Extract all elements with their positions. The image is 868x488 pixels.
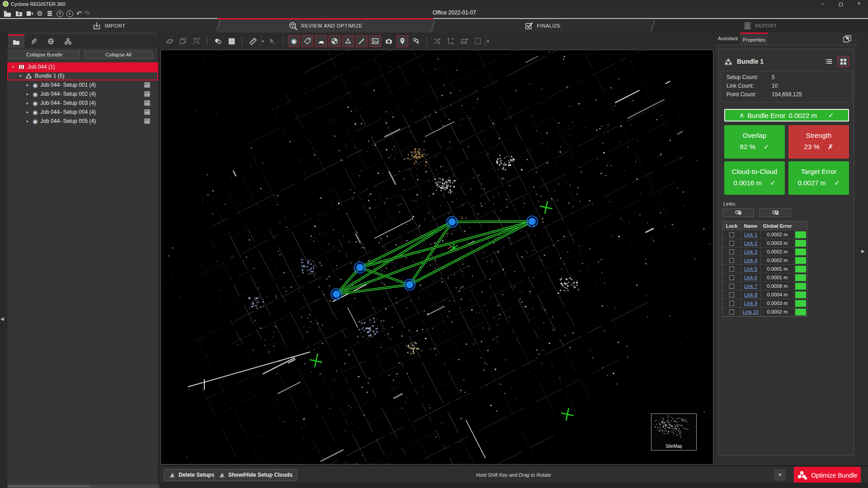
lock-checkbox[interactable] <box>729 301 734 306</box>
link-name[interactable]: Link 7 <box>744 283 757 289</box>
background-color-button[interactable] <box>226 35 237 47</box>
redo-button[interactable]: ↷ <box>81 9 92 19</box>
setup-image-thumb-icon[interactable] <box>144 82 150 88</box>
list-view-button[interactable] <box>823 56 835 67</box>
zoom-region-button[interactable] <box>191 35 203 47</box>
pick-point-button[interactable] <box>267 35 278 47</box>
lock-all-links-button[interactable] <box>722 208 754 217</box>
tree-row-setup[interactable]: ▸◉Job 044- Setup 003 (4) <box>7 99 158 108</box>
close-button[interactable]: × <box>850 0 868 8</box>
quality-tile-overlap[interactable]: Overlap82 %✓ <box>724 125 785 159</box>
toggle-links-button[interactable] <box>356 35 368 47</box>
collapse-bundle-button[interactable]: Collapse Bundle <box>9 51 80 59</box>
show-hide-setup-clouds-button[interactable]: Show/Hide Setup Clouds <box>214 469 297 481</box>
tree-row-job[interactable]: ▾ Job 044 (1) <box>7 62 158 71</box>
tree-row-setup[interactable]: ▸◉Job 044- Setup 002 (4) <box>7 89 158 99</box>
lock-checkbox[interactable] <box>729 292 734 297</box>
collapse-arrow-icon[interactable]: ▾ <box>18 74 23 78</box>
optimize-bundle-button[interactable]: Optimize Bundle <box>794 467 861 483</box>
sidebar-tab-attachments[interactable] <box>25 34 42 48</box>
setup-image-thumb-icon[interactable] <box>144 118 150 124</box>
sidebar-tab-web[interactable] <box>42 34 59 48</box>
toggle-tags-button[interactable] <box>302 35 313 47</box>
lock-checkbox[interactable] <box>729 258 734 263</box>
column-name[interactable]: Name <box>741 221 761 230</box>
settings-button[interactable]: ⚙ <box>34 9 45 19</box>
expand-arrow-icon[interactable]: ▸ <box>25 110 30 114</box>
lock-checkbox[interactable] <box>729 284 734 289</box>
link-name[interactable]: Link 10 <box>743 309 759 314</box>
collapse-left-panel-icon[interactable]: ◀ <box>0 316 4 321</box>
expand-panel-button[interactable] <box>841 33 854 44</box>
column-lock[interactable]: Lock <box>723 221 741 230</box>
sidebar-scrollbar[interactable] <box>7 484 159 488</box>
toggle-panoramas-button[interactable] <box>383 35 395 47</box>
expand-arrow-icon[interactable]: ▸ <box>25 92 30 96</box>
quality-tile-cloud-to-cloud[interactable]: Cloud-to-Cloud0.0016 m✓ <box>724 161 785 195</box>
delete-setups-button[interactable]: Delete Setups <box>164 469 219 481</box>
measure-tool-button[interactable] <box>247 35 259 47</box>
archive-button[interactable] <box>24 9 35 19</box>
tab-review-and-optimize[interactable]: REVIEW AND OPTIMIZE <box>218 19 433 33</box>
point-cloud-viewport[interactable]: SiteMap <box>160 50 713 465</box>
tab-report[interactable]: REPORT <box>653 19 868 33</box>
help-button[interactable]: ? <box>54 9 65 19</box>
collapse-arrow-icon[interactable]: ▾ <box>11 65 15 69</box>
link-name[interactable]: Link 2 <box>744 240 757 246</box>
open-project-button[interactable] <box>2 9 13 19</box>
setup-image-thumb-icon[interactable] <box>144 109 150 115</box>
lock-checkbox[interactable] <box>729 241 734 246</box>
overlap-view-button[interactable] <box>177 35 189 47</box>
close-toolbar-button[interactable]: × <box>774 469 786 481</box>
sitemap-inset[interactable]: SiteMap <box>651 413 697 450</box>
lock-checkbox[interactable] <box>729 310 734 314</box>
link-name[interactable]: Link 6 <box>744 275 757 280</box>
fence-tool-button[interactable] <box>472 35 484 47</box>
link-name[interactable]: Link 5 <box>744 266 757 272</box>
tree-row-bundle[interactable]: ▾ Bundle 1 (5) <box>7 71 158 80</box>
fence-dropdown-caret[interactable]: ▾ <box>486 35 490 47</box>
tab-properties[interactable]: Properties <box>740 33 768 45</box>
unlock-all-links-button[interactable] <box>760 208 791 217</box>
toggle-network-button[interactable] <box>342 35 354 47</box>
right-collapse-rail[interactable]: ▶ <box>858 33 868 465</box>
close-project-button[interactable] <box>14 9 24 19</box>
expand-arrow-icon[interactable]: ▸ <box>25 83 30 87</box>
link-name[interactable]: Link 8 <box>744 292 757 297</box>
toggle-targets-button[interactable] <box>329 35 340 47</box>
minimize-button[interactable]: – <box>814 0 832 8</box>
restore-button[interactable] <box>832 0 850 8</box>
tab-import[interactable]: IMPORT <box>0 19 218 33</box>
storage-button[interactable] <box>44 9 55 19</box>
lock-checkbox[interactable] <box>729 267 734 272</box>
add-axis-button[interactable] <box>445 35 457 47</box>
link-filter-button[interactable] <box>410 35 422 47</box>
quality-tile-target-error[interactable]: Target Error0.0027 m✓ <box>788 161 849 195</box>
bundle-error-banner[interactable]: ∧ Bundle Error 0.0022 m ✓ <box>724 109 849 122</box>
tree-row-setup[interactable]: ▸◉Job 044- Setup 004 (4) <box>7 108 158 117</box>
auto-links-button[interactable] <box>431 35 443 47</box>
orbit-tool-button[interactable] <box>164 35 175 47</box>
left-collapse-rail[interactable]: ◀ <box>0 33 7 488</box>
toggle-geotags-button[interactable] <box>396 35 408 47</box>
column-global-error[interactable]: Global Error <box>761 221 794 230</box>
tree-row-setup[interactable]: ▸◉Job 044- Setup 005 (4) <box>7 117 158 126</box>
quality-tile-strength[interactable]: Strength23 %✗ <box>788 125 849 159</box>
lock-checkbox[interactable] <box>729 275 734 280</box>
add-image-button[interactable] <box>458 35 470 47</box>
link-name[interactable]: Link 4 <box>744 258 757 263</box>
setup-image-thumb-icon[interactable] <box>144 91 150 97</box>
toggle-clouds-button[interactable]: ☁ <box>315 35 327 47</box>
lock-checkbox[interactable] <box>729 232 734 237</box>
toggle-setups-button[interactable]: ◉ <box>288 35 300 47</box>
lock-checkbox[interactable] <box>729 249 734 254</box>
link-name[interactable]: Link 9 <box>744 300 757 306</box>
tab-assistant[interactable]: Assistant <box>716 33 740 45</box>
toggle-images-button[interactable] <box>369 35 381 47</box>
sidebar-tab-project[interactable] <box>8 34 24 48</box>
measure-dropdown-caret[interactable]: ▾ <box>260 35 265 47</box>
sidebar-tab-sitemap[interactable] <box>60 34 76 48</box>
expand-arrow-icon[interactable]: ▸ <box>25 101 30 105</box>
setup-image-thumb-icon[interactable] <box>144 100 150 106</box>
link-name[interactable]: Link 3 <box>744 249 757 254</box>
